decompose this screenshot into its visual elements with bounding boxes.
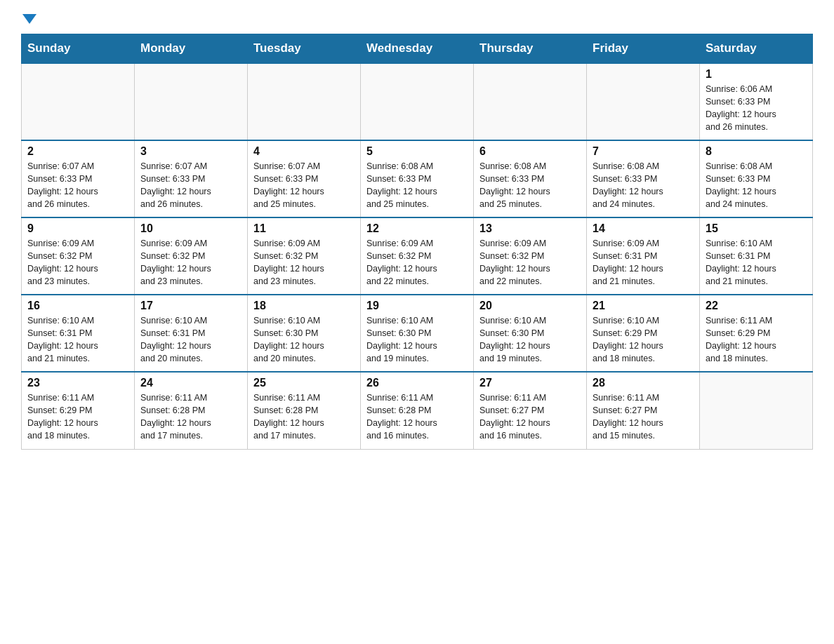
day-number: 27 bbox=[479, 377, 581, 389]
calendar-cell bbox=[248, 63, 361, 140]
calendar-week-row: 16Sunrise: 6:10 AM Sunset: 6:31 PM Dayli… bbox=[22, 295, 813, 372]
day-number: 3 bbox=[140, 145, 241, 158]
calendar-cell: 19Sunrise: 6:10 AM Sunset: 6:30 PM Dayli… bbox=[361, 295, 474, 372]
calendar-cell: 1Sunrise: 6:06 AM Sunset: 6:33 PM Daylig… bbox=[700, 63, 813, 140]
calendar-cell: 21Sunrise: 6:10 AM Sunset: 6:29 PM Dayli… bbox=[587, 295, 700, 372]
calendar-cell: 11Sunrise: 6:09 AM Sunset: 6:32 PM Dayli… bbox=[248, 217, 361, 295]
day-info: Sunrise: 6:11 AM Sunset: 6:29 PM Dayligh… bbox=[706, 314, 807, 365]
day-number: 18 bbox=[253, 300, 355, 312]
day-number: 11 bbox=[253, 222, 355, 235]
day-info: Sunrise: 6:10 AM Sunset: 6:30 PM Dayligh… bbox=[253, 314, 355, 365]
col-header-tuesday: Tuesday bbox=[248, 34, 361, 64]
day-info: Sunrise: 6:11 AM Sunset: 6:28 PM Dayligh… bbox=[140, 391, 241, 443]
calendar-cell: 23Sunrise: 6:11 AM Sunset: 6:29 PM Dayli… bbox=[22, 372, 135, 449]
calendar-cell: 22Sunrise: 6:11 AM Sunset: 6:29 PM Dayli… bbox=[700, 295, 813, 372]
day-number: 5 bbox=[366, 145, 468, 158]
calendar-cell: 2Sunrise: 6:07 AM Sunset: 6:33 PM Daylig… bbox=[22, 140, 135, 217]
day-number: 7 bbox=[593, 145, 694, 158]
logo-triangle-icon bbox=[22, 14, 37, 24]
day-info: Sunrise: 6:10 AM Sunset: 6:30 PM Dayligh… bbox=[479, 314, 581, 365]
day-number: 1 bbox=[706, 68, 807, 81]
day-number: 22 bbox=[706, 300, 807, 312]
calendar-cell: 8Sunrise: 6:08 AM Sunset: 6:33 PM Daylig… bbox=[700, 140, 813, 217]
day-number: 6 bbox=[479, 145, 581, 158]
day-info: Sunrise: 6:07 AM Sunset: 6:33 PM Dayligh… bbox=[253, 160, 355, 211]
calendar-week-row: 1Sunrise: 6:06 AM Sunset: 6:33 PM Daylig… bbox=[22, 63, 813, 140]
calendar-cell: 15Sunrise: 6:10 AM Sunset: 6:31 PM Dayli… bbox=[700, 217, 813, 295]
day-info: Sunrise: 6:10 AM Sunset: 6:29 PM Dayligh… bbox=[593, 314, 694, 365]
calendar-cell: 28Sunrise: 6:11 AM Sunset: 6:27 PM Dayli… bbox=[587, 372, 700, 449]
day-info: Sunrise: 6:11 AM Sunset: 6:28 PM Dayligh… bbox=[366, 391, 468, 443]
day-info: Sunrise: 6:07 AM Sunset: 6:33 PM Dayligh… bbox=[140, 160, 241, 211]
calendar-cell: 27Sunrise: 6:11 AM Sunset: 6:27 PM Dayli… bbox=[474, 372, 587, 449]
day-info: Sunrise: 6:08 AM Sunset: 6:33 PM Dayligh… bbox=[479, 160, 581, 211]
calendar-cell: 10Sunrise: 6:09 AM Sunset: 6:32 PM Dayli… bbox=[135, 217, 248, 295]
day-number: 10 bbox=[140, 222, 241, 235]
day-info: Sunrise: 6:10 AM Sunset: 6:31 PM Dayligh… bbox=[706, 237, 807, 288]
day-number: 25 bbox=[253, 377, 355, 389]
day-info: Sunrise: 6:11 AM Sunset: 6:29 PM Dayligh… bbox=[27, 391, 128, 443]
day-info: Sunrise: 6:07 AM Sunset: 6:33 PM Dayligh… bbox=[27, 160, 128, 211]
day-info: Sunrise: 6:08 AM Sunset: 6:33 PM Dayligh… bbox=[593, 160, 694, 211]
calendar-cell: 5Sunrise: 6:08 AM Sunset: 6:33 PM Daylig… bbox=[361, 140, 474, 217]
day-number: 17 bbox=[140, 300, 241, 312]
day-number: 19 bbox=[366, 300, 468, 312]
day-number: 16 bbox=[27, 300, 128, 312]
logo bbox=[21, 14, 37, 27]
col-header-sunday: Sunday bbox=[22, 34, 135, 64]
calendar-cell: 18Sunrise: 6:10 AM Sunset: 6:30 PM Dayli… bbox=[248, 295, 361, 372]
calendar-cell: 12Sunrise: 6:09 AM Sunset: 6:32 PM Dayli… bbox=[361, 217, 474, 295]
calendar-cell: 13Sunrise: 6:09 AM Sunset: 6:32 PM Dayli… bbox=[474, 217, 587, 295]
calendar-cell: 26Sunrise: 6:11 AM Sunset: 6:28 PM Dayli… bbox=[361, 372, 474, 449]
day-info: Sunrise: 6:11 AM Sunset: 6:28 PM Dayligh… bbox=[253, 391, 355, 443]
day-number: 13 bbox=[479, 222, 581, 235]
col-header-wednesday: Wednesday bbox=[361, 34, 474, 64]
calendar-cell: 16Sunrise: 6:10 AM Sunset: 6:31 PM Dayli… bbox=[22, 295, 135, 372]
calendar-cell: 4Sunrise: 6:07 AM Sunset: 6:33 PM Daylig… bbox=[248, 140, 361, 217]
calendar-table: SundayMondayTuesdayWednesdayThursdayFrid… bbox=[21, 34, 813, 450]
day-number: 9 bbox=[27, 222, 128, 235]
col-header-friday: Friday bbox=[587, 34, 700, 64]
calendar-cell: 25Sunrise: 6:11 AM Sunset: 6:28 PM Dayli… bbox=[248, 372, 361, 449]
calendar-cell bbox=[22, 63, 135, 140]
calendar-cell: 17Sunrise: 6:10 AM Sunset: 6:31 PM Dayli… bbox=[135, 295, 248, 372]
calendar-cell bbox=[587, 63, 700, 140]
day-number: 23 bbox=[27, 377, 128, 389]
calendar-header-row: SundayMondayTuesdayWednesdayThursdayFrid… bbox=[22, 34, 813, 64]
day-info: Sunrise: 6:11 AM Sunset: 6:27 PM Dayligh… bbox=[593, 391, 694, 443]
day-number: 2 bbox=[27, 145, 128, 158]
calendar-cell: 9Sunrise: 6:09 AM Sunset: 6:32 PM Daylig… bbox=[22, 217, 135, 295]
day-info: Sunrise: 6:09 AM Sunset: 6:32 PM Dayligh… bbox=[140, 237, 241, 288]
day-info: Sunrise: 6:09 AM Sunset: 6:32 PM Dayligh… bbox=[479, 237, 581, 288]
day-info: Sunrise: 6:09 AM Sunset: 6:31 PM Dayligh… bbox=[593, 237, 694, 288]
day-info: Sunrise: 6:08 AM Sunset: 6:33 PM Dayligh… bbox=[706, 160, 807, 211]
day-info: Sunrise: 6:10 AM Sunset: 6:31 PM Dayligh… bbox=[27, 314, 128, 365]
day-info: Sunrise: 6:06 AM Sunset: 6:33 PM Dayligh… bbox=[706, 83, 807, 134]
day-info: Sunrise: 6:10 AM Sunset: 6:31 PM Dayligh… bbox=[140, 314, 241, 365]
calendar-cell bbox=[135, 63, 248, 140]
calendar-cell: 24Sunrise: 6:11 AM Sunset: 6:28 PM Dayli… bbox=[135, 372, 248, 449]
col-header-thursday: Thursday bbox=[474, 34, 587, 64]
day-info: Sunrise: 6:09 AM Sunset: 6:32 PM Dayligh… bbox=[366, 237, 468, 288]
day-number: 8 bbox=[706, 145, 807, 158]
calendar-cell bbox=[361, 63, 474, 140]
day-info: Sunrise: 6:10 AM Sunset: 6:30 PM Dayligh… bbox=[366, 314, 468, 365]
day-number: 4 bbox=[253, 145, 355, 158]
day-number: 15 bbox=[706, 222, 807, 235]
day-number: 20 bbox=[479, 300, 581, 312]
day-number: 14 bbox=[593, 222, 694, 235]
day-number: 24 bbox=[140, 377, 241, 389]
day-number: 21 bbox=[593, 300, 694, 312]
calendar-cell bbox=[700, 372, 813, 449]
calendar-cell: 6Sunrise: 6:08 AM Sunset: 6:33 PM Daylig… bbox=[474, 140, 587, 217]
calendar-week-row: 9Sunrise: 6:09 AM Sunset: 6:32 PM Daylig… bbox=[22, 217, 813, 295]
calendar-week-row: 2Sunrise: 6:07 AM Sunset: 6:33 PM Daylig… bbox=[22, 140, 813, 217]
day-number: 26 bbox=[366, 377, 468, 389]
calendar-week-row: 23Sunrise: 6:11 AM Sunset: 6:29 PM Dayli… bbox=[22, 372, 813, 449]
col-header-monday: Monday bbox=[135, 34, 248, 64]
header bbox=[21, 14, 813, 27]
calendar-cell: 14Sunrise: 6:09 AM Sunset: 6:31 PM Dayli… bbox=[587, 217, 700, 295]
day-info: Sunrise: 6:09 AM Sunset: 6:32 PM Dayligh… bbox=[27, 237, 128, 288]
calendar-cell: 3Sunrise: 6:07 AM Sunset: 6:33 PM Daylig… bbox=[135, 140, 248, 217]
calendar-cell: 20Sunrise: 6:10 AM Sunset: 6:30 PM Dayli… bbox=[474, 295, 587, 372]
